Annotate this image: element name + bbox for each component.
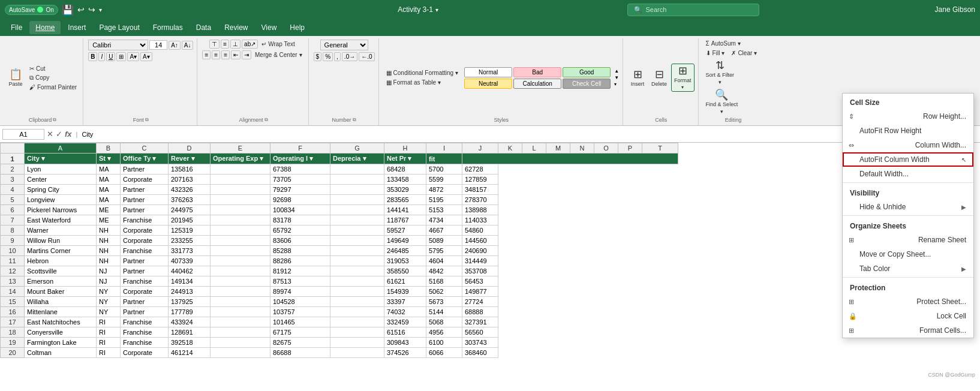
cell-10-5[interactable] <box>211 246 270 256</box>
cell-16-5[interactable] <box>211 307 270 317</box>
cell-5-8[interactable]: 283565 <box>384 195 426 205</box>
cell-11-7[interactable] <box>330 256 384 266</box>
cell-3-10[interactable]: 127859 <box>462 175 498 185</box>
cell-8-5[interactable] <box>211 225 270 236</box>
font-decrease-btn[interactable]: A↓ <box>182 41 194 50</box>
cell-17-10[interactable]: 327391 <box>462 317 498 327</box>
cell-15-8[interactable]: 33397 <box>384 297 426 307</box>
search-box[interactable]: 🔍 Search <box>627 4 759 16</box>
col-header-a[interactable]: A <box>25 143 97 154</box>
cell-2-9[interactable]: 5700 <box>426 164 462 175</box>
cell-10-10[interactable]: 240690 <box>462 246 498 256</box>
cell-3-9[interactable]: 5599 <box>426 175 462 185</box>
cell-13-4[interactable]: 149134 <box>169 276 211 287</box>
header-fit[interactable]: fit <box>426 154 462 164</box>
tab-color-item[interactable]: Tab Color ▶ <box>843 261 973 276</box>
style-calculation[interactable]: Calculation <box>513 79 561 89</box>
clipboard-expand-icon[interactable]: ⧉ <box>53 117 56 123</box>
cell-18-3[interactable]: Franchise <box>121 327 169 338</box>
cell-11-3[interactable]: Partner <box>121 256 169 266</box>
cell-16-6[interactable]: 103757 <box>270 307 330 317</box>
cell-20-10[interactable]: 368460 <box>462 348 498 358</box>
cell-6-7[interactable] <box>330 205 384 215</box>
default-width-item[interactable]: Default Width... <box>843 167 973 181</box>
cell-8-10[interactable]: 54860 <box>462 225 498 236</box>
menu-review[interactable]: Review <box>218 21 254 34</box>
cell-5-6[interactable]: 92698 <box>270 195 330 205</box>
cell-19-4[interactable]: 392518 <box>169 338 211 348</box>
cell-4-7[interactable] <box>330 185 384 195</box>
merge-btn[interactable]: Merge & Center ▾ <box>252 51 305 59</box>
cell-9-7[interactable] <box>330 236 384 246</box>
col-header-d[interactable]: D <box>169 143 211 154</box>
cell-3-6[interactable]: 73705 <box>270 175 330 185</box>
cell-11-6[interactable]: 88286 <box>270 256 330 266</box>
cell-16-4[interactable]: 177789 <box>169 307 211 317</box>
cell-16-7[interactable] <box>330 307 384 317</box>
cell-7-6[interactable]: 83178 <box>270 215 330 225</box>
cell-15-2[interactable]: NY <box>97 297 121 307</box>
spreadsheet[interactable]: A B C D E F G H I J K L M N O P T <box>0 143 980 391</box>
cell-5-3[interactable]: Partner <box>121 195 169 205</box>
align-top-btn[interactable]: ⊤ <box>209 40 220 49</box>
undo-icon[interactable]: ↩ <box>77 5 85 14</box>
col-header-l[interactable]: L <box>522 143 546 154</box>
cell-10-2[interactable]: NH <box>97 246 121 256</box>
cell-9-3[interactable]: Corporate <box>121 236 169 246</box>
cell-2-2[interactable]: MA <box>97 164 121 175</box>
cell-6-6[interactable]: 100834 <box>270 205 330 215</box>
cell-8-3[interactable]: Corporate <box>121 225 169 236</box>
cell-17-8[interactable]: 332459 <box>384 317 426 327</box>
cell-12-7[interactable] <box>330 266 384 276</box>
col-header-j[interactable]: J <box>462 143 498 154</box>
cell-15-9[interactable]: 5673 <box>426 297 462 307</box>
insert-button[interactable]: ⊞ Insert <box>628 68 647 88</box>
cell-5-2[interactable]: MA <box>97 195 121 205</box>
cell-11-4[interactable]: 407339 <box>169 256 211 266</box>
cell-19-1[interactable]: Farmington Lake <box>25 338 97 348</box>
cell-4-6[interactable]: 79297 <box>270 185 330 195</box>
autofit-row-item[interactable]: AutoFit Row Height <box>843 124 973 138</box>
cell-15-3[interactable]: Partner <box>121 297 169 307</box>
cell-8-6[interactable]: 65792 <box>270 225 330 236</box>
cell-7-9[interactable]: 4734 <box>426 215 462 225</box>
cell-8-1[interactable]: Warner <box>25 225 97 236</box>
cell-17-1[interactable]: East Natchitoches <box>25 317 97 327</box>
underline-btn[interactable]: U <box>106 52 115 61</box>
cell-7-4[interactable]: 201945 <box>169 215 211 225</box>
cell-14-6[interactable]: 89974 <box>270 287 330 297</box>
cell-20-5[interactable] <box>211 348 270 358</box>
delete-button[interactable]: ⊟ Delete <box>649 68 669 88</box>
paste-button[interactable]: 📋 Paste <box>6 68 25 88</box>
cell-7-3[interactable]: Franchise <box>121 215 169 225</box>
col-header-i[interactable]: I <box>426 143 462 154</box>
cell-6-5[interactable] <box>211 205 270 215</box>
cell-2-8[interactable]: 68428 <box>384 164 426 175</box>
menu-help[interactable]: Help <box>284 21 311 34</box>
currency-btn[interactable]: $ <box>314 52 322 61</box>
rename-sheet-item[interactable]: ⊞ Rename Sheet <box>843 233 973 247</box>
cell-13-6[interactable]: 87513 <box>270 276 330 287</box>
cell-3-5[interactable] <box>211 175 270 185</box>
cell-18-7[interactable] <box>330 327 384 338</box>
cell-9-8[interactable]: 149649 <box>384 236 426 246</box>
cell-3-3[interactable]: Corporate <box>121 175 169 185</box>
format-button[interactable]: ⊞ Format ▾ <box>671 64 695 92</box>
cell-16-2[interactable]: NY <box>97 307 121 317</box>
cell-12-1[interactable]: Scottsville <box>25 266 97 276</box>
cell-7-1[interactable]: East Waterford <box>25 215 97 225</box>
menu-file[interactable]: File <box>5 21 28 34</box>
cell-16-1[interactable]: Mittenlane <box>25 307 97 317</box>
cell-19-9[interactable]: 6100 <box>426 338 462 348</box>
hide-unhide-item[interactable]: Hide & Unhide ▶ <box>843 200 973 214</box>
cell-3-8[interactable]: 133458 <box>384 175 426 185</box>
cell-19-8[interactable]: 309843 <box>384 338 426 348</box>
cut-button[interactable]: ✂ Cut <box>27 65 79 73</box>
menu-insert[interactable]: Insert <box>62 21 92 34</box>
cell-12-8[interactable]: 358550 <box>384 266 426 276</box>
cell-10-3[interactable]: Franchise <box>121 246 169 256</box>
header-city[interactable]: City ▾ <box>25 154 97 164</box>
cell-9-10[interactable]: 144560 <box>462 236 498 246</box>
cell-14-1[interactable]: Mount Baker <box>25 287 97 297</box>
header-net-profit[interactable]: Net Pr ▾ <box>384 154 426 164</box>
